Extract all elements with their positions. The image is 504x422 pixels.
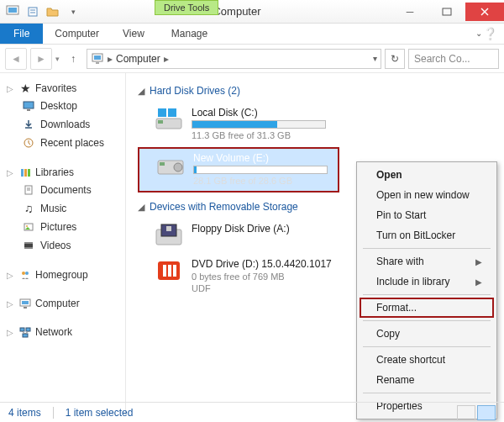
sidebar-libraries-header[interactable]: ▷Libraries	[0, 164, 125, 181]
ctx-pin-to-start[interactable]: Pin to Start	[360, 205, 494, 225]
tab-file[interactable]: File	[0, 24, 43, 44]
svg-rect-40	[160, 162, 165, 166]
svg-rect-24	[24, 247, 33, 249]
ctx-separator	[363, 248, 491, 249]
tab-view[interactable]: View	[111, 24, 156, 44]
search-input[interactable]: Search Co...	[408, 49, 499, 69]
svg-rect-46	[163, 265, 166, 277]
ctx-open-new-window[interactable]: Open in new window	[360, 185, 494, 205]
ctx-separator	[363, 346, 491, 347]
svg-rect-23	[24, 242, 33, 244]
chevron-right-icon: ▶	[475, 277, 482, 287]
sidebar-item-desktop[interactable]: Desktop	[0, 97, 125, 115]
svg-rect-11	[24, 102, 34, 108]
drive-local-c[interactable]: Local Disk (C:) 11.3 GB free of 31.3 GB	[138, 103, 492, 147]
ctx-share-with[interactable]: Share with▶	[360, 251, 494, 272]
homegroup-icon	[18, 268, 32, 282]
drive-new-volume-e[interactable]: New Volume (E:) 28.1 GB free of 28.6 GB	[138, 147, 339, 193]
pictures-icon	[22, 220, 35, 234]
ctx-copy[interactable]: Copy	[360, 324, 494, 344]
status-selected-count: 1 item selected	[66, 407, 134, 419]
drive-free-text: 11.3 GB free of 31.3 GB	[192, 130, 326, 140]
ctx-separator	[363, 320, 491, 321]
tab-manage[interactable]: Manage	[160, 24, 219, 44]
up-button[interactable]: ↑	[63, 49, 83, 69]
drive-icon	[156, 152, 185, 177]
titlebar: ▾ Drive Tools Computer ─	[0, 0, 504, 24]
svg-rect-48	[173, 265, 176, 277]
qat-properties-icon[interactable]	[24, 3, 42, 21]
maximize-button[interactable]	[428, 3, 465, 21]
help-icon[interactable]: ❔	[483, 27, 497, 40]
navigation-bar: ◄ ► ▾ ↑ ▸ Computer ▸ ▾ ↻ Search Co...	[0, 45, 504, 73]
svg-rect-15	[24, 169, 27, 177]
sidebar-item-downloads[interactable]: Downloads	[0, 115, 125, 134]
address-segment[interactable]: Computer	[116, 53, 160, 65]
ctx-create-shortcut[interactable]: Create shortcut	[360, 350, 494, 370]
computer-icon	[18, 297, 32, 310]
drive-free-text: 28.1 GB free of 28.6 GB	[193, 176, 328, 186]
status-item-count: 4 items	[8, 407, 41, 419]
back-button[interactable]: ◄	[5, 48, 27, 70]
qat-dropdown-icon[interactable]: ▾	[64, 3, 82, 21]
svg-rect-10	[96, 62, 99, 64]
ctx-include-in-library[interactable]: Include in library▶	[360, 272, 494, 292]
forward-button[interactable]: ►	[30, 48, 52, 70]
sidebar-item-documents[interactable]: Documents	[0, 181, 125, 199]
svg-rect-9	[94, 55, 101, 60]
sidebar-item-pictures[interactable]: Pictures	[0, 218, 125, 236]
ctx-open[interactable]: Open	[360, 165, 494, 185]
ctx-rename[interactable]: Rename	[360, 370, 494, 390]
svg-rect-32	[23, 334, 28, 337]
view-tiles-button[interactable]	[477, 405, 496, 420]
sidebar-computer[interactable]: ▷Computer	[0, 295, 125, 312]
app-icon[interactable]	[3, 3, 22, 21]
minimize-button[interactable]: ─	[391, 3, 428, 21]
svg-rect-37	[158, 108, 166, 117]
status-bar: 4 items 1 item selected	[0, 402, 504, 422]
drive-name: New Volume (E:)	[193, 152, 328, 164]
status-divider	[53, 407, 54, 419]
libraries-icon	[18, 166, 32, 179]
history-dropdown-icon[interactable]: ▾	[55, 55, 60, 63]
svg-point-41	[174, 163, 182, 171]
svg-rect-31	[26, 328, 30, 331]
videos-icon	[22, 239, 35, 252]
sidebar-network[interactable]: ▷Network	[0, 324, 125, 340]
computer-icon	[91, 52, 104, 66]
svg-point-25	[22, 272, 25, 275]
star-icon: ★	[18, 82, 32, 95]
capacity-bar	[193, 166, 328, 174]
refresh-button[interactable]: ↻	[385, 49, 405, 69]
address-bar[interactable]: ▸ Computer ▸ ▾	[87, 49, 381, 69]
svg-rect-36	[158, 120, 163, 124]
ctx-separator	[363, 294, 491, 295]
sidebar-item-music[interactable]: ♫Music	[0, 199, 125, 218]
ctx-separator	[363, 393, 491, 393]
sidebar-favorites-header[interactable]: ▷★Favorites	[0, 80, 125, 97]
address-dropdown-icon[interactable]: ▾	[373, 54, 377, 63]
recent-icon	[22, 136, 35, 150]
tab-computer[interactable]: Computer	[43, 24, 111, 44]
window-title: Computer	[82, 5, 391, 18]
close-button[interactable]	[465, 3, 504, 21]
ribbon-expand-icon[interactable]: ⌄	[475, 29, 482, 38]
music-icon: ♫	[22, 202, 35, 215]
section-hdd-header[interactable]: ◢Hard Disk Drives (2)	[138, 85, 492, 97]
svg-rect-2	[29, 8, 37, 16]
drive-free-text: 0 bytes free of 769 MB	[192, 272, 332, 282]
desktop-icon	[22, 99, 35, 113]
ctx-format[interactable]: Format...	[360, 298, 494, 318]
sidebar-homegroup[interactable]: ▷Homegroup	[0, 266, 125, 283]
documents-icon	[22, 183, 35, 197]
svg-rect-14	[21, 169, 24, 177]
sidebar-item-videos[interactable]: Videos	[0, 236, 125, 255]
address-sep-icon: ▸	[108, 53, 113, 65]
qat-newfolder-icon[interactable]	[44, 3, 62, 21]
floppy-icon	[155, 223, 183, 248]
view-details-button[interactable]	[457, 405, 475, 420]
svg-point-21	[26, 225, 28, 227]
address-sep-icon: ▸	[164, 53, 169, 65]
ctx-bitlocker[interactable]: Turn on BitLocker	[360, 225, 494, 245]
sidebar-item-recent[interactable]: Recent places	[0, 134, 125, 152]
